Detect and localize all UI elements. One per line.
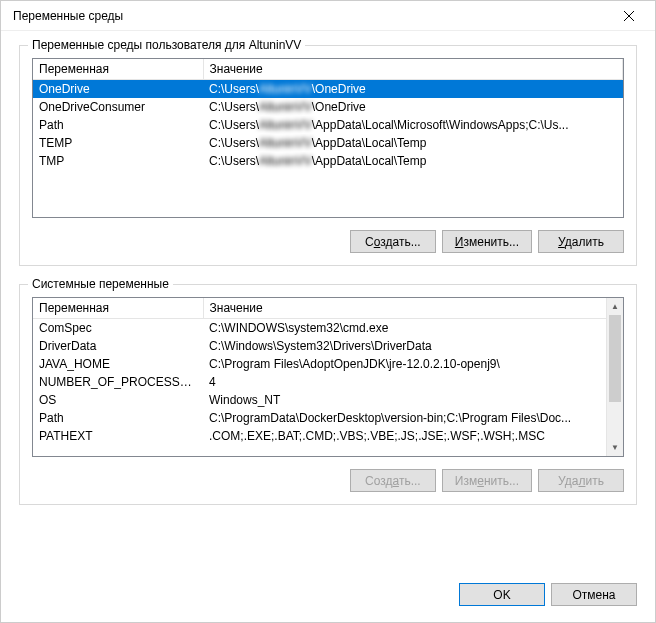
var-value: 4 xyxy=(203,373,623,391)
var-name: JAVA_HOME xyxy=(33,355,203,373)
cancel-button[interactable]: Отмена xyxy=(551,583,637,606)
var-name: DriverData xyxy=(33,337,203,355)
var-name: OneDriveConsumer xyxy=(33,98,203,116)
table-row[interactable]: DriverDataC:\Windows\System32\Drivers\Dr… xyxy=(33,337,623,355)
table-row[interactable]: ComSpecC:\WINDOWS\system32\cmd.exe xyxy=(33,319,623,338)
var-value: Windows_NT xyxy=(203,391,623,409)
system-delete-button[interactable]: Удалить xyxy=(538,469,624,492)
system-edit-button[interactable]: Изменить... xyxy=(442,469,532,492)
table-row[interactable]: OneDriveConsumerC:\Users\AltuninVV\OneDr… xyxy=(33,98,623,116)
var-name: OS xyxy=(33,391,203,409)
close-icon xyxy=(624,11,634,21)
var-name: ComSpec xyxy=(33,319,203,338)
var-value: C:\Users\AltuninVV\AppData\Local\Temp xyxy=(203,152,623,170)
system-scrollbar[interactable]: ▲ ▼ xyxy=(606,298,623,456)
var-value: C:\Users\AltuninVV\OneDrive xyxy=(203,80,623,99)
user-col-value[interactable]: Значение xyxy=(203,59,623,80)
var-name: NUMBER_OF_PROCESSORS xyxy=(33,373,203,391)
user-vars-table-wrap: Переменная Значение OneDriveC:\Users\Alt… xyxy=(32,58,624,218)
user-vars-group: Переменные среды пользователя для Altuni… xyxy=(19,45,637,266)
window-title: Переменные среды xyxy=(13,9,123,23)
table-row[interactable]: TEMPC:\Users\AltuninVV\AppData\Local\Tem… xyxy=(33,134,623,152)
var-value: C:\Windows\System32\Drivers\DriverData xyxy=(203,337,623,355)
user-delete-button[interactable]: Удалить xyxy=(538,230,624,253)
var-value: C:\Program Files\AdoptOpenJDK\jre-12.0.2… xyxy=(203,355,623,373)
system-vars-table[interactable]: Переменная Значение ComSpecC:\WINDOWS\sy… xyxy=(33,298,623,445)
scroll-thumb[interactable] xyxy=(609,315,621,402)
system-vars-table-wrap: Переменная Значение ComSpecC:\WINDOWS\sy… xyxy=(32,297,624,457)
user-vars-buttons: Создать... Изменить... Удалить xyxy=(32,230,624,253)
var-name: OneDrive xyxy=(33,80,203,99)
var-name: TEMP xyxy=(33,134,203,152)
system-col-value[interactable]: Значение xyxy=(203,298,623,319)
system-new-button[interactable]: Создать... xyxy=(350,469,436,492)
scroll-up-icon[interactable]: ▲ xyxy=(607,298,623,315)
system-vars-group: Системные переменные Переменная Значение… xyxy=(19,284,637,505)
var-name: PATHEXT xyxy=(33,427,203,445)
scroll-down-icon[interactable]: ▼ xyxy=(607,439,623,456)
var-value: C:\Users\AltuninVV\AppData\Local\Microso… xyxy=(203,116,623,134)
ok-button[interactable]: OK xyxy=(459,583,545,606)
table-row[interactable]: PATHEXT.COM;.EXE;.BAT;.CMD;.VBS;.VBE;.JS… xyxy=(33,427,623,445)
close-button[interactable] xyxy=(607,1,651,31)
var-value: C:\ProgramData\DockerDesktop\version-bin… xyxy=(203,409,623,427)
scroll-track[interactable] xyxy=(607,315,623,439)
var-name: Path xyxy=(33,116,203,134)
var-value: C:\Users\AltuninVV\OneDrive xyxy=(203,98,623,116)
table-row[interactable]: OneDriveC:\Users\AltuninVV\OneDrive xyxy=(33,80,623,99)
system-col-variable[interactable]: Переменная xyxy=(33,298,203,319)
table-row[interactable]: JAVA_HOMEC:\Program Files\AdoptOpenJDK\j… xyxy=(33,355,623,373)
system-vars-label: Системные переменные xyxy=(28,277,173,291)
var-value: C:\WINDOWS\system32\cmd.exe xyxy=(203,319,623,338)
user-new-button[interactable]: Создать... xyxy=(350,230,436,253)
dialog-footer: OK Отмена xyxy=(19,583,637,610)
system-vars-buttons: Создать... Изменить... Удалить xyxy=(32,469,624,492)
var-value: C:\Users\AltuninVV\AppData\Local\Temp xyxy=(203,134,623,152)
dialog-content: Переменные среды пользователя для Altuni… xyxy=(1,31,655,622)
titlebar: Переменные среды xyxy=(1,1,655,31)
table-row[interactable]: PathC:\ProgramData\DockerDesktop\version… xyxy=(33,409,623,427)
user-col-variable[interactable]: Переменная xyxy=(33,59,203,80)
user-vars-label: Переменные среды пользователя для Altuni… xyxy=(28,38,305,52)
env-vars-dialog: Переменные среды Переменные среды пользо… xyxy=(0,0,656,623)
var-value: .COM;.EXE;.BAT;.CMD;.VBS;.VBE;.JS;.JSE;.… xyxy=(203,427,623,445)
user-vars-table[interactable]: Переменная Значение OneDriveC:\Users\Alt… xyxy=(33,59,623,170)
var-name: TMP xyxy=(33,152,203,170)
var-name: Path xyxy=(33,409,203,427)
table-row[interactable]: PathC:\Users\AltuninVV\AppData\Local\Mic… xyxy=(33,116,623,134)
table-row[interactable]: TMPC:\Users\AltuninVV\AppData\Local\Temp xyxy=(33,152,623,170)
table-row[interactable]: NUMBER_OF_PROCESSORS4 xyxy=(33,373,623,391)
table-row[interactable]: OSWindows_NT xyxy=(33,391,623,409)
user-edit-button[interactable]: Изменить... xyxy=(442,230,532,253)
